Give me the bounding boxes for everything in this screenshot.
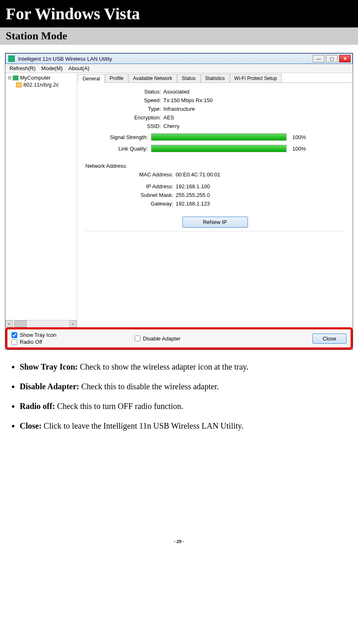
mac-value: 00:E0:4C:71:00:01: [176, 171, 344, 178]
bullet-radio-off: Radio off: Check this to turn OFF radio …: [20, 400, 344, 412]
encryption-label: Encryption:: [85, 114, 163, 121]
tab-row: General Profile Available Network Status…: [78, 74, 353, 83]
page-number: - 29 -: [0, 539, 358, 553]
mac-label: MAC Address:: [85, 171, 176, 178]
gateway-label: Gateway:: [85, 201, 176, 207]
tree-collapse-icon[interactable]: ⊟: [7, 75, 12, 80]
tab-status[interactable]: Status: [177, 74, 200, 82]
gateway-value: 192.168.1.123: [176, 201, 344, 207]
tab-profile[interactable]: Profile: [105, 74, 128, 82]
scroll-thumb[interactable]: [14, 320, 27, 327]
radio-off-input[interactable]: [11, 339, 17, 345]
radio-off-label: Radio Off: [20, 339, 42, 345]
app-icon: [8, 55, 15, 62]
close-window-button[interactable]: ✕: [339, 55, 351, 62]
status-label: Status:: [85, 89, 163, 95]
minimize-button[interactable]: —: [313, 55, 324, 62]
window-titlebar[interactable]: Intelligent 11n USB Wireless LAN Utility…: [5, 53, 353, 64]
computer-icon: [13, 75, 18, 80]
link-percent: 100%: [292, 146, 306, 152]
status-value: Associated: [163, 89, 344, 95]
signal-label: Signal Strength:: [85, 134, 151, 140]
bullet-show-tray: Show Tray Icon: Check to show the wirele…: [20, 361, 344, 373]
disable-adapter-input[interactable]: [135, 336, 140, 341]
show-tray-input[interactable]: [11, 332, 17, 338]
encryption-value: AES: [163, 114, 344, 121]
tab-general[interactable]: General: [78, 74, 105, 83]
menu-mode[interactable]: Mode(M): [41, 65, 63, 71]
tree-panel: ⊟ MyComputer 802.11n/b/g 2c ‹ ›: [5, 73, 77, 327]
renew-ip-button[interactable]: ReNew IP: [182, 217, 248, 228]
tree-root[interactable]: ⊟ MyComputer: [7, 75, 75, 81]
ssid-label: SSID:: [85, 123, 163, 129]
maximize-button[interactable]: ▢: [326, 55, 337, 62]
ip-value: 192.168.1.100: [176, 183, 344, 190]
subnet-label: Subnet Mask:: [85, 192, 176, 198]
menu-refresh[interactable]: Refresh(R): [9, 65, 36, 71]
bullet-list: Show Tray Icon: Check to show the wirele…: [20, 361, 344, 432]
tab-available-network[interactable]: Available Network: [129, 74, 177, 82]
network-address-header: Network Address:: [85, 163, 344, 169]
adapter-icon: [16, 82, 22, 87]
ip-label: IP Address:: [85, 183, 176, 190]
ssid-value: Cherry: [163, 123, 344, 129]
scroll-right-icon[interactable]: ›: [69, 320, 77, 327]
bullet-close: Close: Click to leave the Intelligent 11…: [20, 420, 344, 432]
page-subtitle: Station Mode: [0, 27, 358, 45]
disable-adapter-label: Disable Adapter: [143, 336, 181, 342]
tab-wifi-protect[interactable]: Wi-Fi Protect Setup: [230, 74, 282, 82]
type-value: Infrastructure: [163, 106, 344, 112]
footer-highlight-box: Show Tray Icon Radio Off Disable Adapter…: [5, 327, 353, 349]
menubar: Refresh(R) Mode(M) About(A): [5, 64, 353, 73]
tree-scrollbar[interactable]: ‹ ›: [5, 320, 77, 327]
show-tray-label: Show Tray Icon: [20, 332, 57, 338]
signal-bar: [151, 133, 287, 141]
speed-label: Speed:: [85, 97, 163, 103]
tree-child-label: 802.11n/b/g 2c: [23, 82, 59, 88]
scroll-left-icon[interactable]: ‹: [5, 320, 13, 327]
page-title: For Windows Vista: [0, 0, 358, 27]
screenshot-window: Intelligent 11n USB Wireless LAN Utility…: [5, 53, 353, 350]
radio-off-checkbox[interactable]: Radio Off: [11, 339, 135, 345]
show-tray-checkbox[interactable]: Show Tray Icon: [11, 332, 135, 338]
bullet-disable-adapter: Disable Adapter: Check this to disable t…: [20, 380, 344, 393]
disable-adapter-checkbox[interactable]: Disable Adapter: [135, 336, 181, 342]
signal-percent: 100%: [292, 134, 306, 140]
speed-value: Tx:150 Mbps Rx:150: [163, 97, 344, 103]
subnet-value: 255.255.255.0: [176, 192, 344, 198]
menu-about[interactable]: About(A): [69, 65, 90, 71]
window-title: Intelligent 11n USB Wireless LAN Utility: [17, 54, 311, 64]
type-label: Type:: [85, 106, 163, 112]
link-bar: [151, 145, 287, 152]
link-label: Link Quality:: [85, 146, 151, 152]
tree-root-label: MyComputer: [20, 75, 50, 81]
tree-child[interactable]: 802.11n/b/g 2c: [16, 82, 75, 88]
tab-statistics[interactable]: Statistics: [201, 74, 229, 82]
close-button[interactable]: Close: [312, 333, 347, 344]
